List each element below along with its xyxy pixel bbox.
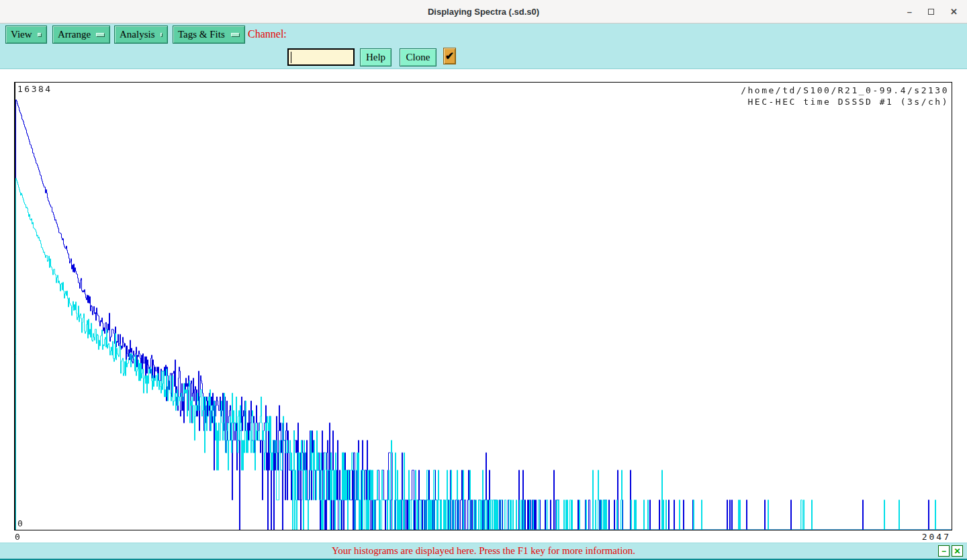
channel-input[interactable] [287,48,355,66]
x-axis-max-label: 2047 [922,532,951,542]
maximize-icon[interactable] [928,7,934,16]
spectrum-header: /home/td/S100/R21_0-99.4/s2130 HEC-HEC t… [741,85,949,107]
plot-region: 16384 0 /home/td/S100/R21_0-99.4/s2130 H… [0,69,967,543]
tags-fits-menu-button[interactable]: Tags & Fits [173,26,245,44]
menu-dash-icon [231,33,240,37]
title-bar: Displaying Spectra (.sd.s0) – ✕ [0,0,967,24]
status-bar: Your histograms are displayed here. Pres… [0,543,967,560]
close-icon[interactable]: ✕ [950,7,958,16]
spectrum-canvas[interactable] [15,83,952,530]
x-axis-min-label: 0 [15,532,21,542]
view-menu-button[interactable]: View [5,26,47,44]
status-close-icon[interactable]: ✕ [952,545,963,557]
analysis-menu-button[interactable]: Analysis [114,26,168,44]
application-window: Displaying Spectra (.sd.s0) – ✕ View Arr… [0,0,967,560]
clone-button[interactable]: Clone [400,48,436,66]
plot-frame: 16384 0 /home/td/S100/R21_0-99.4/s2130 H… [14,82,952,530]
minimize-icon[interactable]: – [907,7,912,16]
channel-label: Channel: [248,28,287,40]
toolbar: View Arrange Analysis Tags & Fits Channe… [0,24,967,69]
window-title: Displaying Spectra (.sd.s0) [428,7,539,17]
menu-dash-icon [38,33,42,37]
menu-dash-icon [160,33,163,37]
pin-checkbox[interactable]: ✔ [443,48,456,64]
spectrum-path: /home/td/S100/R21_0-99.4/s2130 [741,85,949,96]
y-axis-min-label: 0 [17,518,24,528]
status-message: Your histograms are displayed here. Pres… [332,545,635,557]
window-controls: – ✕ [907,0,958,24]
y-axis-max-label: 16384 [17,84,52,94]
menu-dash-icon [96,33,105,37]
text-caret [291,52,291,63]
arrange-menu-button[interactable]: Arrange [52,26,110,44]
status-minimize-icon[interactable]: − [938,545,950,557]
help-button[interactable]: Help [360,48,392,66]
spectrum-title: HEC-HEC time DSSSD #1 (3s/ch) [741,96,949,107]
status-bar-controls: − ✕ [938,545,963,557]
